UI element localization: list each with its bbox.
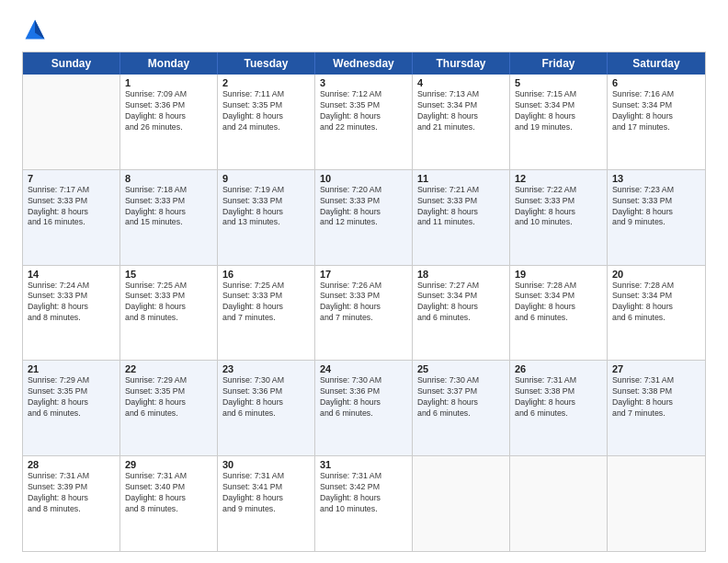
day-info: Sunrise: 7:16 AM Sunset: 3:34 PM Dayligh… <box>612 89 700 133</box>
day-number: 15 <box>125 269 212 280</box>
day-number: 7 <box>28 173 115 184</box>
calendar-cell-28: 28Sunrise: 7:31 AM Sunset: 3:39 PM Dayli… <box>23 456 120 551</box>
day-number: 30 <box>222 459 310 470</box>
day-number: 13 <box>612 173 700 184</box>
day-info: Sunrise: 7:09 AM Sunset: 3:36 PM Dayligh… <box>125 89 212 133</box>
day-number: 9 <box>222 173 310 184</box>
calendar-week-4: 28Sunrise: 7:31 AM Sunset: 3:39 PM Dayli… <box>23 455 705 551</box>
header-day-monday: Monday <box>120 52 218 75</box>
day-info: Sunrise: 7:18 AM Sunset: 3:33 PM Dayligh… <box>125 185 212 229</box>
day-info: Sunrise: 7:31 AM Sunset: 3:41 PM Dayligh… <box>222 471 310 515</box>
page: SundayMondayTuesdayWednesdayThursdayFrid… <box>0 0 728 563</box>
day-number: 11 <box>417 173 505 184</box>
day-info: Sunrise: 7:12 AM Sunset: 3:35 PM Dayligh… <box>320 89 407 133</box>
day-number: 10 <box>320 173 407 184</box>
calendar-cell-19: 19Sunrise: 7:28 AM Sunset: 3:34 PM Dayli… <box>510 266 608 361</box>
day-info: Sunrise: 7:22 AM Sunset: 3:33 PM Dayligh… <box>515 185 602 229</box>
day-info: Sunrise: 7:25 AM Sunset: 3:33 PM Dayligh… <box>222 281 310 325</box>
calendar-cell-15: 15Sunrise: 7:25 AM Sunset: 3:33 PM Dayli… <box>120 266 218 361</box>
day-info: Sunrise: 7:29 AM Sunset: 3:35 PM Dayligh… <box>125 375 212 419</box>
day-info: Sunrise: 7:24 AM Sunset: 3:33 PM Dayligh… <box>28 281 115 325</box>
header <box>22 17 706 42</box>
day-number: 4 <box>417 77 505 88</box>
calendar-cell-29: 29Sunrise: 7:31 AM Sunset: 3:40 PM Dayli… <box>120 456 218 551</box>
day-number: 17 <box>320 269 407 280</box>
logo-icon <box>22 17 48 42</box>
calendar-cell-17: 17Sunrise: 7:26 AM Sunset: 3:33 PM Dayli… <box>315 266 413 361</box>
day-number: 18 <box>417 269 505 280</box>
calendar-cell-20: 20Sunrise: 7:28 AM Sunset: 3:34 PM Dayli… <box>608 266 705 361</box>
day-number: 1 <box>125 77 212 88</box>
day-number: 24 <box>320 363 407 374</box>
day-info: Sunrise: 7:23 AM Sunset: 3:33 PM Dayligh… <box>612 185 700 229</box>
day-number: 14 <box>28 269 115 280</box>
logo <box>22 17 51 42</box>
day-info: Sunrise: 7:17 AM Sunset: 3:33 PM Dayligh… <box>28 185 115 229</box>
day-number: 21 <box>28 363 115 374</box>
header-day-tuesday: Tuesday <box>218 52 315 75</box>
calendar-cell-empty-4-6 <box>608 456 705 551</box>
calendar-cell-26: 26Sunrise: 7:31 AM Sunset: 3:38 PM Dayli… <box>510 361 608 455</box>
day-number: 22 <box>125 363 212 374</box>
calendar-week-0: 1Sunrise: 7:09 AM Sunset: 3:36 PM Daylig… <box>23 75 705 169</box>
calendar-cell-24: 24Sunrise: 7:30 AM Sunset: 3:36 PM Dayli… <box>315 361 413 455</box>
calendar-cell-25: 25Sunrise: 7:30 AM Sunset: 3:37 PM Dayli… <box>413 361 510 455</box>
day-number: 25 <box>417 363 505 374</box>
day-info: Sunrise: 7:27 AM Sunset: 3:34 PM Dayligh… <box>417 281 505 325</box>
calendar-cell-23: 23Sunrise: 7:30 AM Sunset: 3:36 PM Dayli… <box>218 361 315 455</box>
day-number: 28 <box>28 459 115 470</box>
calendar-cell-30: 30Sunrise: 7:31 AM Sunset: 3:41 PM Dayli… <box>218 456 315 551</box>
calendar-cell-14: 14Sunrise: 7:24 AM Sunset: 3:33 PM Dayli… <box>23 266 120 361</box>
calendar-cell-9: 9Sunrise: 7:19 AM Sunset: 3:33 PM Daylig… <box>218 170 315 265</box>
calendar-cell-1: 1Sunrise: 7:09 AM Sunset: 3:36 PM Daylig… <box>120 75 218 169</box>
day-number: 5 <box>515 77 602 88</box>
calendar-cell-12: 12Sunrise: 7:22 AM Sunset: 3:33 PM Dayli… <box>510 170 608 265</box>
header-day-saturday: Saturday <box>608 52 705 75</box>
day-info: Sunrise: 7:30 AM Sunset: 3:36 PM Dayligh… <box>222 375 310 419</box>
day-info: Sunrise: 7:31 AM Sunset: 3:40 PM Dayligh… <box>125 471 212 515</box>
calendar-cell-21: 21Sunrise: 7:29 AM Sunset: 3:35 PM Dayli… <box>23 361 120 455</box>
day-info: Sunrise: 7:26 AM Sunset: 3:33 PM Dayligh… <box>320 281 407 325</box>
day-number: 20 <box>612 269 700 280</box>
day-info: Sunrise: 7:28 AM Sunset: 3:34 PM Dayligh… <box>612 281 700 325</box>
calendar-week-3: 21Sunrise: 7:29 AM Sunset: 3:35 PM Dayli… <box>23 360 705 455</box>
header-day-wednesday: Wednesday <box>315 52 413 75</box>
calendar-cell-empty-4-5 <box>510 456 608 551</box>
calendar: SundayMondayTuesdayWednesdayThursdayFrid… <box>22 52 706 552</box>
day-number: 29 <box>125 459 212 470</box>
calendar-cell-22: 22Sunrise: 7:29 AM Sunset: 3:35 PM Dayli… <box>120 361 218 455</box>
day-number: 31 <box>320 459 407 470</box>
day-number: 26 <box>515 363 602 374</box>
day-info: Sunrise: 7:28 AM Sunset: 3:34 PM Dayligh… <box>515 281 602 325</box>
calendar-cell-5: 5Sunrise: 7:15 AM Sunset: 3:34 PM Daylig… <box>510 75 608 169</box>
day-info: Sunrise: 7:20 AM Sunset: 3:33 PM Dayligh… <box>320 185 407 229</box>
calendar-cell-4: 4Sunrise: 7:13 AM Sunset: 3:34 PM Daylig… <box>413 75 510 169</box>
calendar-cell-27: 27Sunrise: 7:31 AM Sunset: 3:38 PM Dayli… <box>608 361 705 455</box>
calendar-cell-8: 8Sunrise: 7:18 AM Sunset: 3:33 PM Daylig… <box>120 170 218 265</box>
calendar-cell-10: 10Sunrise: 7:20 AM Sunset: 3:33 PM Dayli… <box>315 170 413 265</box>
calendar-cell-18: 18Sunrise: 7:27 AM Sunset: 3:34 PM Dayli… <box>413 266 510 361</box>
day-info: Sunrise: 7:15 AM Sunset: 3:34 PM Dayligh… <box>515 89 602 133</box>
calendar-week-2: 14Sunrise: 7:24 AM Sunset: 3:33 PM Dayli… <box>23 265 705 361</box>
day-number: 23 <box>222 363 310 374</box>
calendar-body: 1Sunrise: 7:09 AM Sunset: 3:36 PM Daylig… <box>23 75 705 551</box>
calendar-cell-7: 7Sunrise: 7:17 AM Sunset: 3:33 PM Daylig… <box>23 170 120 265</box>
day-info: Sunrise: 7:11 AM Sunset: 3:35 PM Dayligh… <box>222 89 310 133</box>
day-info: Sunrise: 7:30 AM Sunset: 3:36 PM Dayligh… <box>320 375 407 419</box>
calendar-cell-empty-0-0 <box>23 75 120 169</box>
header-day-sunday: Sunday <box>23 52 120 75</box>
day-info: Sunrise: 7:31 AM Sunset: 3:42 PM Dayligh… <box>320 471 407 515</box>
day-number: 12 <box>515 173 602 184</box>
day-number: 16 <box>222 269 310 280</box>
calendar-cell-empty-4-4 <box>413 456 510 551</box>
calendar-cell-3: 3Sunrise: 7:12 AM Sunset: 3:35 PM Daylig… <box>315 75 413 169</box>
day-info: Sunrise: 7:30 AM Sunset: 3:37 PM Dayligh… <box>417 375 505 419</box>
calendar-cell-11: 11Sunrise: 7:21 AM Sunset: 3:33 PM Dayli… <box>413 170 510 265</box>
day-number: 2 <box>222 77 310 88</box>
day-number: 3 <box>320 77 407 88</box>
day-info: Sunrise: 7:31 AM Sunset: 3:38 PM Dayligh… <box>612 375 700 419</box>
header-day-thursday: Thursday <box>413 52 510 75</box>
header-day-friday: Friday <box>510 52 608 75</box>
day-number: 8 <box>125 173 212 184</box>
day-info: Sunrise: 7:19 AM Sunset: 3:33 PM Dayligh… <box>222 185 310 229</box>
